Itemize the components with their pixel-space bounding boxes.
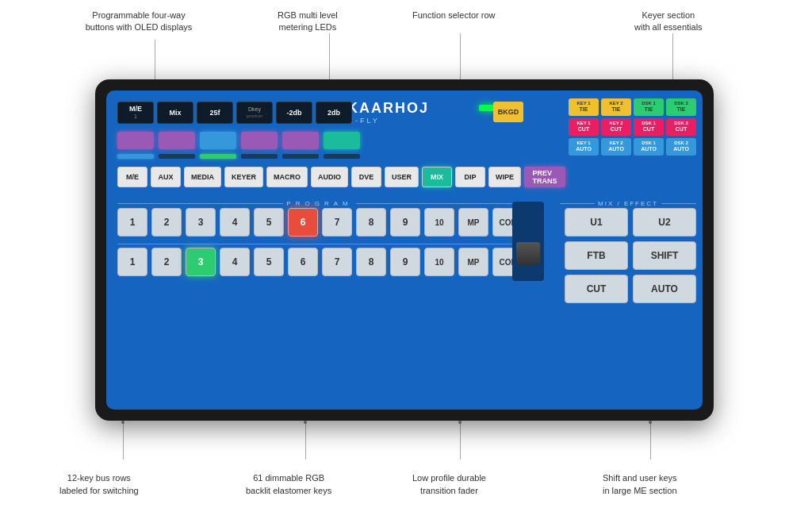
prog-btn-mp[interactable]: MP [458, 208, 488, 237]
ann-dot-bot-1 [121, 421, 124, 424]
func-media[interactable]: MEDIA [184, 167, 221, 187]
prog-btn-5[interactable]: 5 [254, 208, 284, 237]
program-label: PROGRAM [286, 200, 352, 207]
func-prev-trans[interactable]: PREVTRANS [524, 167, 565, 187]
glow-btn-5[interactable] [282, 132, 319, 149]
prog-btn-4[interactable]: 4 [220, 208, 250, 237]
prev-btn-3[interactable]: 3 [186, 248, 216, 276]
ann-dot-bot-2 [304, 421, 307, 424]
controller-body: SKAARHOJ AIR-FLY M/E 1 Mix 25f Dkey posi… [95, 79, 714, 421]
display-btn-25f[interactable]: 25f [197, 102, 233, 124]
key1-tie[interactable]: KEY 1 TIE [569, 98, 599, 116]
prog-btn-9[interactable]: 9 [390, 208, 420, 237]
display-btn-me[interactable]: M/E 1 [117, 102, 154, 124]
mix-label: MIX / EFFECT [598, 200, 658, 207]
dsk2-tie[interactable]: DSK 2 TIE [666, 98, 696, 116]
u2-button[interactable]: U2 [633, 208, 696, 237]
ann-dot-bot-3 [458, 421, 462, 424]
prev-btn-2[interactable]: 2 [151, 248, 182, 276]
led-dot-1 [117, 154, 154, 159]
mix-line-right [661, 203, 696, 204]
ann-line-4 [672, 33, 673, 81]
func-mix[interactable]: MIX [422, 167, 452, 187]
keyer-tie-row: KEY 1 TIE KEY 2 TIE DSK 1 TIE DSK 2 TIE [569, 98, 696, 116]
cut-button[interactable]: CUT [565, 275, 628, 303]
glow-btn-3[interactable] [200, 132, 236, 149]
annotation-top-4: Keyer sectionwith all essentials [634, 10, 703, 34]
u1-button[interactable]: U1 [565, 208, 628, 237]
led-dot-6 [324, 154, 360, 159]
prev-btn-8[interactable]: 8 [356, 248, 386, 276]
led-dot-5 [282, 154, 319, 159]
dsk2-cut[interactable]: DSK 2 CUT [666, 118, 696, 136]
prev-btn-1[interactable]: 1 [117, 248, 147, 276]
dsk1-cut[interactable]: DSK 1 CUT [634, 118, 664, 136]
prog-btn-2[interactable]: 2 [151, 208, 182, 237]
prev-btn-6[interactable]: 6 [288, 248, 318, 276]
display-btn-2db2[interactable]: 2db [316, 102, 352, 124]
led-dot-2 [159, 154, 195, 159]
shift-button[interactable]: SHIFT [633, 241, 696, 270]
func-user[interactable]: USER [385, 167, 419, 187]
key1-cut[interactable]: KEY 1 CUT [569, 118, 599, 136]
func-audio[interactable]: AUDIO [311, 167, 348, 187]
ftb-button[interactable]: FTB [565, 241, 628, 270]
glow-btn-6[interactable] [324, 132, 360, 149]
fader-area[interactable] [512, 202, 544, 281]
led-row [117, 154, 360, 159]
auto-button[interactable]: AUTO [633, 275, 696, 303]
prev-btn-7[interactable]: 7 [322, 248, 352, 276]
prog-btn-10[interactable]: 10 [424, 208, 454, 237]
key2-cut[interactable]: KEY 2 CUT [601, 118, 631, 136]
annotation-top-3: Function selector row [412, 10, 496, 21]
keyer-section: KEY 1 TIE KEY 2 TIE DSK 1 TIE DSK 2 TIE [569, 98, 696, 156]
prev-btn-mp[interactable]: MP [458, 248, 488, 276]
func-keyer[interactable]: KEYER [224, 167, 263, 187]
ann-line-bot-2 [305, 423, 306, 460]
prog-btn-3[interactable]: 3 [186, 208, 216, 237]
func-dve[interactable]: DVE [351, 167, 381, 187]
key2-auto[interactable]: KEY 2 AUTO [601, 138, 631, 156]
prev-btn-5[interactable]: 5 [254, 248, 284, 276]
key1-auto[interactable]: KEY 1 AUTO [569, 138, 599, 156]
preview-row: 1 2 3 4 5 6 7 8 9 10 MP COL [117, 248, 523, 276]
prev-btn-4[interactable]: 4 [220, 248, 250, 276]
ann-line-bot-3 [460, 423, 461, 460]
ann-line-1 [155, 40, 155, 81]
display-btn-2db1[interactable]: -2db [276, 102, 312, 124]
func-me[interactable]: M/E [117, 167, 147, 187]
dsk2-auto[interactable]: DSK 2 AUTO [666, 138, 696, 156]
mix-line-left [560, 203, 595, 204]
display-row: M/E 1 Mix 25f Dkey position -2db 2db [117, 102, 352, 124]
bkgd-button[interactable]: BKGD [493, 102, 523, 122]
func-aux[interactable]: AUX [151, 167, 181, 187]
glow-btn-4[interactable] [241, 132, 278, 149]
display-btn-dkey[interactable]: Dkey position [236, 102, 273, 124]
keyer-cut-row: KEY 1 CUT KEY 2 CUT DSK 1 CUT DSK 2 CUT [569, 118, 696, 136]
key2-tie[interactable]: KEY 2 TIE [601, 98, 631, 116]
prev-btn-9[interactable]: 9 [390, 248, 420, 276]
program-row: 1 2 3 4 5 6 7 8 9 10 MP COL [117, 208, 523, 237]
annotation-top-2: RGB multi levelmetering LEDs [278, 10, 338, 34]
func-macro[interactable]: MACRO [266, 167, 308, 187]
func-dip[interactable]: DIP [455, 167, 485, 187]
glow-btn-2[interactable] [159, 132, 195, 149]
glow-row [117, 132, 360, 149]
prog-btn-6[interactable]: 6 [288, 208, 318, 237]
mix-label-area: MIX / EFFECT [560, 200, 696, 207]
annotation-bot-2: 61 dimmable RGBbacklit elastomer keys [246, 472, 331, 497]
ann-line-3 [460, 33, 461, 81]
prog-btn-8[interactable]: 8 [356, 208, 386, 237]
program-label-area: PROGRAM [117, 200, 522, 207]
func-wipe[interactable]: WIPE [488, 167, 521, 187]
prog-btn-7[interactable]: 7 [322, 208, 352, 237]
dsk1-auto[interactable]: DSK 1 AUTO [634, 138, 664, 156]
prev-btn-10[interactable]: 10 [424, 248, 454, 276]
annotation-bot-1: 12-key bus rowslabeled for switching [59, 472, 139, 497]
prog-btn-1[interactable]: 1 [117, 208, 147, 237]
ann-line-bot-1 [123, 423, 124, 460]
glow-btn-1[interactable] [117, 132, 154, 149]
display-btn-mix[interactable]: Mix [157, 102, 193, 124]
dsk1-tie[interactable]: DSK 1 TIE [634, 98, 664, 116]
fader-handle[interactable] [516, 242, 540, 264]
